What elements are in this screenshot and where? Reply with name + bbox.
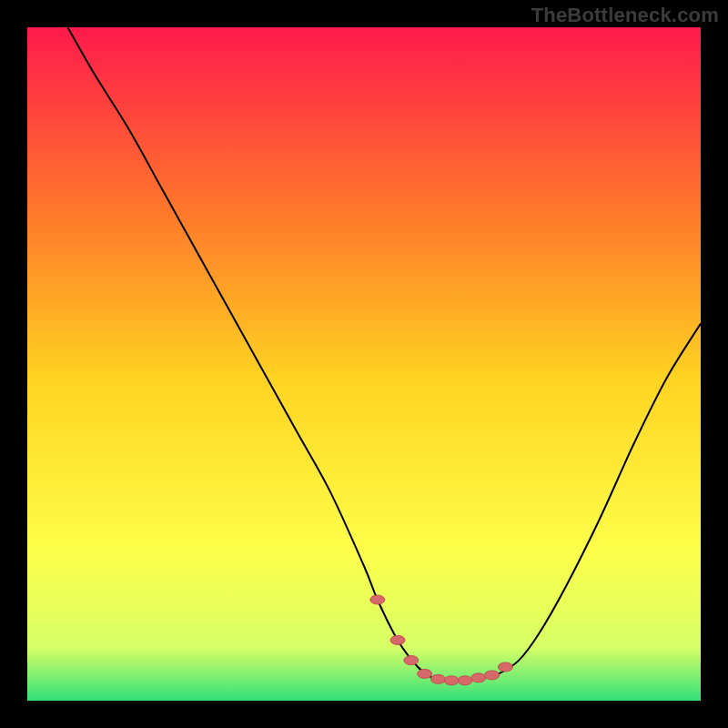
chart-svg: [27, 27, 701, 701]
optimal-marker: [370, 595, 385, 604]
optimal-marker: [390, 635, 405, 644]
optimal-marker: [498, 662, 512, 672]
optimal-marker: [430, 674, 445, 683]
watermark-text: TheBottleneck.com: [531, 4, 719, 27]
plot-area: [27, 27, 701, 701]
optimal-marker: [458, 676, 472, 685]
optimal-marker-group: [370, 595, 513, 685]
bottleneck-curve: [67, 27, 701, 681]
optimal-marker: [471, 673, 486, 682]
optimal-marker: [444, 676, 459, 685]
chart-frame: TheBottleneck.com: [0, 0, 728, 728]
optimal-marker: [418, 669, 432, 678]
optimal-marker: [404, 656, 419, 665]
optimal-marker: [485, 671, 500, 680]
